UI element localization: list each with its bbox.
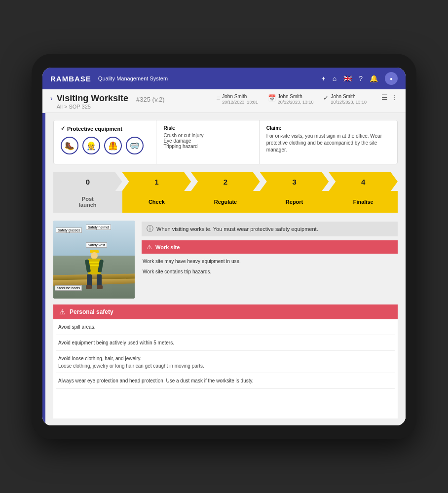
step-0-label: Postlaunch bbox=[53, 191, 122, 213]
edit-icon-1: ≡ bbox=[217, 94, 221, 102]
prot-title: ✓ Protective equipment bbox=[61, 125, 149, 132]
step-3-num: 3 bbox=[260, 172, 329, 191]
breadcrumb: All > SOP 325 bbox=[57, 104, 217, 110]
step-2-num: 2 bbox=[191, 172, 260, 191]
safety-item-3-main: Avoid loose clothing, hair, and jewelry. bbox=[58, 355, 393, 362]
nav-system-title: Quality Management System bbox=[98, 76, 322, 81]
step-2-label: Regulate bbox=[191, 191, 260, 213]
info-banner-text: When visiting worksite. You must wear pr… bbox=[156, 226, 318, 232]
step-3-label: Report bbox=[260, 191, 329, 213]
personal-safety-section: ⚠ Personal safety Avoid spill areas. Avo… bbox=[53, 304, 398, 418]
author-2: 📅 John Smith 20/12/2023, 13:10 bbox=[268, 93, 314, 106]
menu-icon[interactable]: ☰ bbox=[381, 93, 388, 101]
content-area: ✓ Protective equipment 🥾 👷 🦺 🥽 Risk: Cru… bbox=[42, 113, 406, 425]
safety-item-1: Avoid spill areas. bbox=[56, 319, 395, 335]
header-actions: ≡ John Smith 20/12/2023, 13:01 📅 John Sm… bbox=[217, 93, 398, 106]
step-1-label: Check bbox=[122, 191, 191, 213]
safety-item-2: Avoid equipment being actively used with… bbox=[56, 335, 395, 351]
personal-safety-header: ⚠ Personal safety bbox=[53, 304, 398, 319]
page-title: Visiting Worksite bbox=[57, 93, 128, 104]
claim-title: Claim: bbox=[266, 125, 390, 131]
tablet-frame: RAMBASE Quality Management System + ⌂ 🇬🇧… bbox=[32, 54, 416, 439]
author1-date: 20/12/2023, 13:01 bbox=[222, 100, 258, 106]
warning-line-2: Work site contains trip hazards. bbox=[142, 268, 398, 275]
more-icon[interactable]: ⋮ bbox=[391, 93, 398, 101]
claim-text: For on-site visits, you must sign in at … bbox=[266, 133, 390, 153]
user-avatar[interactable]: ● bbox=[385, 72, 398, 85]
prot-left-panel: ✓ Protective equipment 🥾 👷 🦺 🥽 bbox=[54, 120, 156, 164]
worker-body bbox=[85, 250, 104, 289]
step-4[interactable]: 4 Finalise bbox=[329, 172, 398, 213]
step-4-num: 4 bbox=[329, 172, 398, 191]
step-1[interactable]: 1 Check bbox=[122, 172, 191, 213]
step-1-num: 1 bbox=[122, 172, 191, 191]
helmet-icon: 👷 bbox=[82, 137, 100, 154]
check-icon: ✓ bbox=[323, 94, 329, 102]
page-info: Visiting Worksite #325 (v.2) All > SOP 3… bbox=[57, 93, 217, 110]
author3-date: 20/12/2023, 13:10 bbox=[331, 100, 367, 106]
warning-line-1: Work site may have heavy equipment in us… bbox=[142, 258, 398, 265]
back-arrow-icon[interactable]: › bbox=[50, 94, 53, 102]
label-safety-glasses: Safety glasses bbox=[56, 228, 82, 233]
boot-icon: 🥾 bbox=[61, 137, 78, 154]
help-icon[interactable]: ? bbox=[359, 75, 363, 82]
personal-safety-warning-icon: ⚠ bbox=[59, 308, 66, 316]
author-3: ✓ John Smith 20/12/2023, 13:10 bbox=[323, 93, 367, 106]
nav-icons: + ⌂ 🇬🇧 ? 🔔 ● bbox=[322, 72, 398, 85]
safety-item-4: Always wear eye protection and head prot… bbox=[56, 373, 395, 389]
nav-logo: RAMBASE bbox=[50, 75, 91, 83]
risk-item-3: Tripping hazard bbox=[163, 144, 252, 149]
warning-icon: ⚠ bbox=[147, 243, 152, 251]
empty-space bbox=[56, 389, 395, 418]
personal-safety-title: Personal safety bbox=[70, 308, 113, 315]
step-0-num: 0 bbox=[53, 172, 122, 191]
label-steel-boots: Steel toe boots bbox=[55, 285, 82, 291]
process-steps: 0 Postlaunch 1 Check 2 Regulate bbox=[53, 172, 398, 213]
worksite-warning-banner: ⚠ Work site bbox=[142, 240, 398, 254]
author2-name: John Smith bbox=[278, 93, 314, 100]
worker-image: Safety glasses Safety helmet Safety vest… bbox=[53, 221, 135, 299]
page-id: #325 (v.2) bbox=[136, 96, 165, 103]
risk-item-1: Crush or cut injury bbox=[163, 133, 252, 138]
info-circle-icon: ⓘ bbox=[147, 225, 153, 233]
goggles-icon: 🥽 bbox=[126, 137, 144, 154]
home-icon[interactable]: ⌂ bbox=[333, 75, 336, 82]
author-1: ≡ John Smith 20/12/2023, 13:01 bbox=[217, 93, 258, 106]
plus-icon[interactable]: + bbox=[322, 75, 326, 82]
prot-claim-panel: Claim: For on-site visits, you must sign… bbox=[260, 120, 397, 164]
author3-name: John Smith bbox=[331, 93, 367, 100]
worksite-warning-title: Work site bbox=[155, 244, 180, 250]
safety-item-4-text: Always wear eye protection and head prot… bbox=[58, 377, 393, 384]
bell-icon[interactable]: 🔔 bbox=[370, 75, 378, 82]
risk-title: Risk: bbox=[163, 125, 252, 131]
checkmark-icon: ✓ bbox=[61, 125, 65, 132]
tablet-screen: RAMBASE Quality Management System + ⌂ 🇬🇧… bbox=[42, 68, 406, 425]
main-content: ✓ Protective equipment 🥾 👷 🦺 🥽 Risk: Cru… bbox=[45, 113, 406, 425]
sub-header: › Visiting Worksite #325 (v.2) All > SOP… bbox=[42, 89, 406, 113]
calendar-icon: 📅 bbox=[268, 94, 276, 102]
safety-items-list: Avoid spill areas. Avoid equipment being… bbox=[53, 319, 398, 418]
safety-item-3-sub: Loose clothing, jewelry or long hair can… bbox=[58, 363, 393, 369]
step-2[interactable]: 2 Regulate bbox=[191, 172, 260, 213]
nav-bar: RAMBASE Quality Management System + ⌂ 🇬🇧… bbox=[42, 68, 406, 89]
safety-item-3: Avoid loose clothing, hair, and jewelry.… bbox=[56, 351, 395, 373]
step-4-label: Finalise bbox=[329, 191, 398, 213]
label-safety-helmet: Safety helmet bbox=[86, 225, 111, 230]
flag-icon[interactable]: 🇬🇧 bbox=[343, 75, 352, 82]
protective-equipment-card: ✓ Protective equipment 🥾 👷 🦺 🥽 Risk: Cru… bbox=[53, 120, 398, 164]
author1-name: John Smith bbox=[222, 93, 258, 100]
step-0[interactable]: 0 Postlaunch bbox=[53, 172, 122, 213]
prot-icons-row: 🥾 👷 🦺 🥽 bbox=[61, 137, 149, 154]
author2-date: 20/12/2023, 13:10 bbox=[278, 100, 314, 106]
vest-icon: 🦺 bbox=[104, 137, 122, 154]
label-safety-vest: Safety vest bbox=[86, 242, 107, 248]
safety-item-2-text: Avoid equipment being actively used with… bbox=[58, 339, 393, 346]
risk-item-2: Eye damage bbox=[163, 138, 252, 144]
info-banner: ⓘ When visiting worksite. You must wear … bbox=[142, 222, 398, 236]
safety-item-1-text: Avoid spill areas. bbox=[58, 323, 393, 331]
prot-risk-panel: Risk: Crush or cut injury Eye damage Tri… bbox=[156, 120, 259, 164]
info-text-area: ⓘ When visiting worksite. You must wear … bbox=[142, 221, 398, 299]
worker-info-section: Safety glasses Safety helmet Safety vest… bbox=[53, 221, 398, 299]
step-3[interactable]: 3 Report bbox=[260, 172, 329, 213]
